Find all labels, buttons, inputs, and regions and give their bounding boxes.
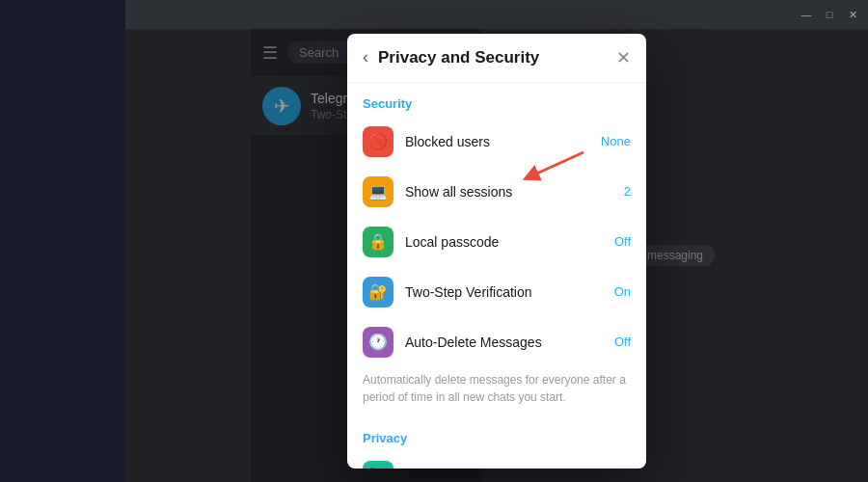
title-bar: — □ ✕ — [125, 0, 868, 29]
svg-line-1 — [530, 152, 583, 176]
security-section-header: Security — [347, 83, 646, 117]
arrow-annotation — [502, 147, 588, 196]
two-step-verification-item[interactable]: 🔐 Two-Step Verification On — [347, 267, 646, 317]
auto-delete-description: Automatically delete messages for everyo… — [347, 367, 646, 417]
phone-number-icon: 📞 — [363, 461, 393, 469]
app-sidebar — [0, 0, 125, 482]
show-sessions-item[interactable]: 💻 Show all sessions 2 — [347, 167, 646, 217]
blocked-users-value: None — [601, 134, 631, 148]
minimize-button[interactable]: — — [799, 7, 814, 22]
modal-header: ‹ Privacy and Security ✕ — [347, 34, 646, 83]
modal-body: Security 🚫 Blocked users None 💻 Show all… — [347, 83, 646, 469]
close-window-button[interactable]: ✕ — [845, 7, 860, 22]
privacy-section-header: Privacy — [347, 417, 646, 451]
two-step-label: Two-Step Verification — [405, 284, 603, 300]
auto-delete-icon: 🕐 — [363, 327, 393, 358]
privacy-security-modal: ‹ Privacy and Security ✕ Security 🚫 Bloc… — [347, 34, 646, 469]
local-passcode-value: Off — [614, 234, 631, 249]
show-sessions-value: 2 — [624, 184, 631, 199]
auto-delete-label: Auto-Delete Messages — [405, 335, 603, 350]
blocked-users-item[interactable]: 🚫 Blocked users None — [347, 117, 646, 167]
modal-title: Privacy and Security — [378, 48, 607, 67]
maximize-button[interactable]: □ — [822, 7, 837, 22]
two-step-value: On — [614, 284, 631, 299]
local-passcode-item[interactable]: 🔒 Local passcode Off — [347, 217, 646, 267]
modal-overlay[interactable]: ‹ Privacy and Security ✕ Security 🚫 Bloc… — [125, 29, 868, 482]
auto-delete-value: Off — [614, 335, 631, 349]
auto-delete-item[interactable]: 🕐 Auto-Delete Messages Off — [347, 317, 646, 367]
local-passcode-icon: 🔒 — [363, 227, 393, 257]
blocked-users-icon: 🚫 — [363, 126, 393, 157]
phone-number-item[interactable]: 📞 Phone number Nobody — [347, 451, 646, 469]
local-passcode-label: Local passcode — [405, 234, 603, 250]
back-button[interactable]: ‹ — [363, 47, 368, 67]
show-sessions-icon: 💻 — [363, 176, 393, 207]
close-modal-button[interactable]: ✕ — [616, 47, 631, 68]
two-step-icon: 🔐 — [363, 277, 393, 308]
